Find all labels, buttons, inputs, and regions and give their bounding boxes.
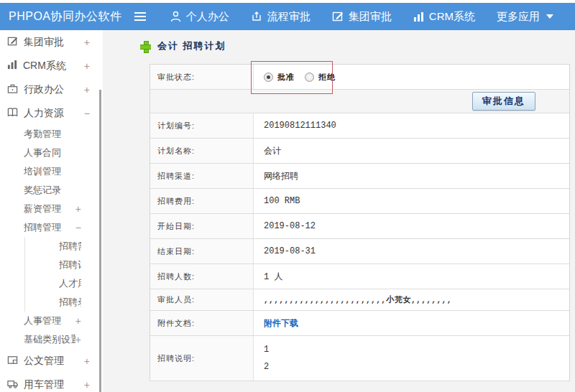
field-value: 网络招聘: [254, 164, 569, 188]
sidebar-item-recruit-hiring[interactable]: 招聘录用: [24, 293, 103, 312]
expand-icon[interactable]: +: [84, 355, 90, 367]
sidebar-item-personnel[interactable]: 人事管理+: [0, 312, 103, 330]
sidebar-item-training[interactable]: 培训管理: [0, 162, 103, 181]
nav-item-label: 更多应用: [497, 10, 540, 24]
form-row-start-date: 开始日期: 2019-08-12: [150, 214, 569, 239]
field-value: 1 人: [254, 264, 569, 289]
form-row-plan-name: 计划名称: 会计: [150, 139, 569, 164]
field-value: 100 RMB: [254, 189, 569, 213]
collapse-icon[interactable]: −: [84, 108, 90, 119]
sidebar-item-documents[interactable]: 公文管理 +: [0, 349, 103, 373]
description-line: 2: [264, 363, 269, 371]
form-row-channel: 招聘渠道: 网络招聘: [150, 164, 569, 189]
briefcase-icon: [7, 83, 18, 96]
field-label: 结束日期:: [150, 239, 254, 263]
form-row-headcount: 招聘人数: 1 人: [150, 264, 569, 289]
field-label: 开始日期:: [150, 214, 254, 238]
field-value: 1 2: [254, 336, 569, 381]
form-row-attachment: 附件文档: 附件下载: [150, 311, 569, 336]
sidebar-item-hr-contracts[interactable]: 人事合同: [0, 144, 103, 162]
user-icon: [170, 11, 181, 22]
nav-item-label: 集团审批: [349, 10, 392, 24]
radio-unselected-icon[interactable]: [305, 73, 314, 82]
field-label: 审批人员:: [150, 289, 254, 310]
nav-item-label: 个人办公: [186, 10, 229, 24]
form-row-button: 审批信息: [150, 90, 569, 113]
status-radio-group: 批准 拒绝: [254, 65, 569, 89]
sidebar-scrollbar[interactable]: [99, 90, 101, 392]
expand-icon[interactable]: +: [84, 379, 90, 391]
field-label: 审批状态:: [150, 65, 254, 89]
sidebar-item-crm[interactable]: CRM系统 +: [0, 54, 103, 78]
sidebar-item-admin-office[interactable]: 行政办公 +: [0, 78, 103, 101]
field-value: ,,,,,,,,,,,,,,,,,,,,,,,,小芫女,,,,,,,,: [254, 289, 569, 310]
book-icon: [7, 107, 18, 120]
document-icon: [7, 355, 18, 368]
description-line: 1: [264, 345, 269, 354]
sidebar-item-attendance[interactable]: 考勤管理: [0, 125, 103, 144]
field-value: 2019-08-12: [254, 214, 569, 238]
expand-icon[interactable]: +: [84, 84, 90, 95]
field-value: 会计: [254, 139, 569, 163]
sidebar-item-salary[interactable]: 薪资管理+: [0, 200, 103, 218]
nav-more-apps[interactable]: 更多应用: [497, 10, 553, 24]
field-label: 招聘说明:: [150, 336, 254, 381]
expand-icon[interactable]: +: [84, 37, 90, 48]
form-row-status: 审批状态: 批准 拒绝: [150, 65, 569, 90]
radio-reject-label: 拒绝: [318, 72, 336, 83]
content-area: 会计 招聘计划 审批状态: 批准 拒绝 审批信息: [103, 30, 575, 392]
nav-item-label: 流程审批: [267, 10, 310, 24]
radio-reject[interactable]: 拒绝: [305, 72, 336, 83]
collapse-icon[interactable]: −: [75, 222, 81, 233]
radio-approve[interactable]: 批准: [264, 72, 295, 83]
form-row-cost: 招聘费用: 100 RMB: [150, 189, 569, 214]
edit-square-icon: [7, 36, 18, 49]
expand-icon[interactable]: +: [75, 334, 81, 345]
field-label: 计划名称:: [150, 139, 254, 163]
field-value: 附件下载: [254, 311, 569, 335]
page-title-row: 会计 招聘计划: [140, 40, 575, 52]
field-label: 招聘费用:: [150, 189, 254, 213]
form-row-end-date: 结束日期: 2019-08-31: [150, 239, 569, 264]
bar-chart-icon: [7, 60, 17, 72]
page-title: 会计 招聘计划: [157, 39, 226, 52]
nav-personal-office[interactable]: 个人办公: [170, 10, 229, 24]
expand-icon[interactable]: +: [84, 60, 90, 72]
sidebar-item-group-approval[interactable]: 集团审批 +: [0, 30, 103, 54]
nav-group-approval[interactable]: 集团审批: [332, 10, 392, 24]
add-icon: [140, 41, 151, 52]
attachment-download-link[interactable]: 附件下载: [264, 317, 298, 330]
menu-toggle-icon[interactable]: [134, 12, 146, 21]
sidebar-item-talent-pool[interactable]: 人才库: [24, 274, 103, 293]
process-icon: [251, 11, 262, 22]
nav-item-label: CRM系统: [429, 10, 475, 24]
sidebar-item-recruitment[interactable]: 招聘管理−: [0, 218, 103, 237]
edit-square-icon: [332, 11, 344, 22]
sidebar-item-recruit-needs[interactable]: 招聘需求: [24, 237, 103, 256]
field-label: 招聘人数:: [150, 264, 254, 289]
expand-icon[interactable]: +: [75, 315, 81, 327]
approval-info-button[interactable]: 审批信息: [472, 92, 535, 111]
sidebar-item-human-resources[interactable]: 人力资源 −: [0, 101, 103, 125]
truck-icon: [7, 378, 18, 391]
top-navbar: PHPOA协同办公软件 个人办公 流程审批 集团审批 CRM系统: [0, 3, 575, 30]
app-window: PHPOA协同办公软件 个人办公 流程审批 集团审批 CRM系统: [0, 0, 575, 392]
radio-selected-icon[interactable]: [264, 73, 273, 82]
sidebar-item-rewards[interactable]: 奖惩记录: [0, 181, 103, 200]
sidebar-item-vehicles[interactable]: 用车管理 +: [0, 373, 103, 392]
form-row-plan-number: 计划编号: 20190812111340: [150, 113, 569, 139]
form-row-description: 招聘说明: 1 2: [150, 336, 569, 381]
sidebar: 集团审批 + CRM系统 + 行政办公 + 人力资源 − 考勤管理 人事合同 培…: [0, 30, 103, 392]
app-logo: PHPOA协同办公软件: [0, 9, 134, 24]
nav-process-approval[interactable]: 流程审批: [251, 10, 310, 24]
sidebar-item-recruit-plan[interactable]: 招聘计划: [24, 256, 103, 274]
field-label: 附件文档:: [150, 311, 254, 335]
bar-chart-icon: [413, 11, 424, 22]
field-label: 计划编号:: [150, 113, 254, 138]
caret-down-icon: [546, 14, 553, 19]
sidebar-item-base-categories[interactable]: 基础类别设置+: [0, 330, 103, 349]
radio-approve-label: 批准: [277, 72, 295, 83]
nav-crm-system[interactable]: CRM系统: [413, 10, 475, 24]
expand-icon[interactable]: +: [75, 203, 81, 215]
field-label: 招聘渠道:: [150, 164, 254, 188]
